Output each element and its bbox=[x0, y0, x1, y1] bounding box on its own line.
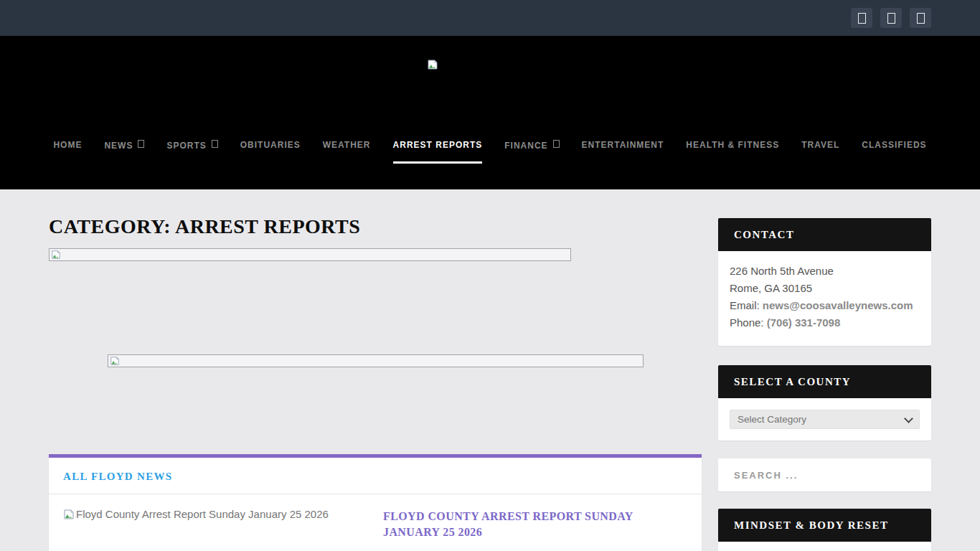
news-section-header: ALL FLOYD NEWS bbox=[49, 458, 702, 494]
contact-widget: CONTACT 226 North 5th Avenue Rome, GA 30… bbox=[718, 218, 931, 346]
social-button-1[interactable] bbox=[851, 8, 872, 28]
select-county-widget-header: SELECT A COUNTY bbox=[718, 365, 931, 398]
nav-label: SPORTS bbox=[166, 141, 206, 151]
site-header: HOME NEWS SPORTS OBITUARIES WEATHER ARRE… bbox=[0, 36, 980, 189]
social-glyph-icon bbox=[858, 13, 866, 24]
search-input[interactable] bbox=[718, 470, 931, 481]
mindset-widget: MINDSET & BODY RESET bbox=[718, 509, 931, 551]
county-select-wrapper: Select Category bbox=[730, 410, 920, 429]
broken-image-placeholder-1 bbox=[49, 248, 571, 261]
nav-label: HOME bbox=[53, 140, 82, 150]
nav-label: FINANCE bbox=[504, 141, 547, 151]
nav-item-sports[interactable]: SPORTS bbox=[166, 140, 217, 164]
sidebar: CONTACT 226 North 5th Avenue Rome, GA 30… bbox=[718, 218, 931, 551]
nav-label: WEATHER bbox=[323, 140, 371, 150]
contact-phone-label: Phone: bbox=[730, 316, 764, 329]
dropdown-indicator-icon bbox=[212, 140, 218, 148]
contact-email-link[interactable]: news@coosavalleynews.com bbox=[763, 299, 913, 311]
contact-widget-header: CONTACT bbox=[718, 218, 931, 251]
news-section-card: ALL FLOYD NEWS Floyd County Arrest Repor… bbox=[49, 454, 702, 551]
social-icons-group bbox=[851, 8, 931, 28]
select-county-widget-body: Select Category bbox=[718, 398, 931, 441]
contact-phone-line: Phone: (706) 331-7098 bbox=[730, 314, 920, 331]
broken-image-placeholder-2 bbox=[108, 354, 644, 367]
site-logo[interactable] bbox=[427, 57, 438, 70]
social-button-3[interactable] bbox=[910, 8, 931, 28]
top-bar bbox=[0, 0, 980, 36]
article-image-alt-text: Floyd County Arrest Report Sunday Januar… bbox=[76, 509, 329, 520]
nav-label: NEWS bbox=[104, 141, 133, 151]
article-title-link[interactable]: FLOYD COUNTY ARREST REPORT SUNDAY JANUAR… bbox=[383, 509, 656, 540]
search-widget bbox=[718, 458, 931, 491]
contact-widget-body: 226 North 5th Avenue Rome, GA 30165 Emai… bbox=[718, 251, 931, 346]
dropdown-indicator-icon bbox=[553, 140, 560, 148]
nav-item-travel[interactable]: TRAVEL bbox=[801, 140, 839, 164]
article-thumbnail[interactable]: Floyd County Arrest Report Sunday Januar… bbox=[63, 509, 383, 540]
nav-item-health-fitness[interactable]: HEALTH & FITNESS bbox=[686, 140, 779, 164]
select-county-widget: SELECT A COUNTY Select Category bbox=[718, 365, 931, 441]
nav-label: CLASSIFIEDS bbox=[862, 140, 926, 150]
social-button-2[interactable] bbox=[880, 8, 902, 28]
main-navigation: HOME NEWS SPORTS OBITUARIES WEATHER ARRE… bbox=[0, 140, 980, 164]
mindset-widget-title: MINDSET & BODY RESET bbox=[734, 519, 888, 532]
broken-image-icon bbox=[51, 250, 61, 260]
search-box bbox=[718, 458, 931, 491]
nav-label: OBITUARIES bbox=[240, 140, 301, 150]
nav-label: ENTERTAINMENT bbox=[582, 140, 664, 150]
section-title-link[interactable]: ALL FLOYD NEWS bbox=[63, 471, 172, 482]
county-select[interactable]: Select Category bbox=[730, 410, 920, 429]
social-glyph-icon bbox=[887, 13, 895, 24]
broken-image-icon bbox=[63, 509, 75, 520]
page-title: CATEGORY: ARREST REPORTS bbox=[49, 215, 360, 238]
nav-label: HEALTH & FITNESS bbox=[686, 140, 779, 150]
nav-item-home[interactable]: HOME bbox=[53, 140, 82, 164]
nav-item-obituaries[interactable]: OBITUARIES bbox=[240, 140, 301, 164]
dropdown-indicator-icon bbox=[138, 140, 144, 148]
mindset-widget-body bbox=[718, 542, 931, 551]
nav-item-arrest-reports[interactable]: ARREST REPORTS bbox=[393, 140, 483, 164]
broken-image-icon bbox=[110, 356, 120, 366]
nav-label: TRAVEL bbox=[801, 140, 839, 150]
mindset-widget-header: MINDSET & BODY RESET bbox=[718, 509, 931, 542]
social-glyph-icon bbox=[917, 13, 925, 24]
broken-image-icon bbox=[427, 59, 438, 70]
contact-email-label: Email: bbox=[730, 299, 760, 311]
contact-email-line: Email: news@coosavalleynews.com bbox=[730, 297, 920, 314]
select-county-widget-title: SELECT A COUNTY bbox=[734, 376, 851, 388]
nav-item-news[interactable]: NEWS bbox=[104, 140, 144, 164]
article-list-item: Floyd County Arrest Report Sunday Januar… bbox=[49, 494, 702, 540]
nav-item-classifieds[interactable]: CLASSIFIEDS bbox=[862, 140, 926, 164]
contact-address-line2: Rome, GA 30165 bbox=[730, 280, 920, 297]
contact-address-line1: 226 North 5th Avenue bbox=[730, 263, 920, 280]
nav-item-finance[interactable]: FINANCE bbox=[504, 140, 559, 164]
contact-phone-link[interactable]: (706) 331-7098 bbox=[767, 316, 841, 329]
nav-item-entertainment[interactable]: ENTERTAINMENT bbox=[582, 140, 664, 164]
contact-widget-title: CONTACT bbox=[734, 229, 794, 241]
nav-label: ARREST REPORTS bbox=[393, 140, 483, 150]
nav-item-weather[interactable]: WEATHER bbox=[323, 140, 371, 164]
